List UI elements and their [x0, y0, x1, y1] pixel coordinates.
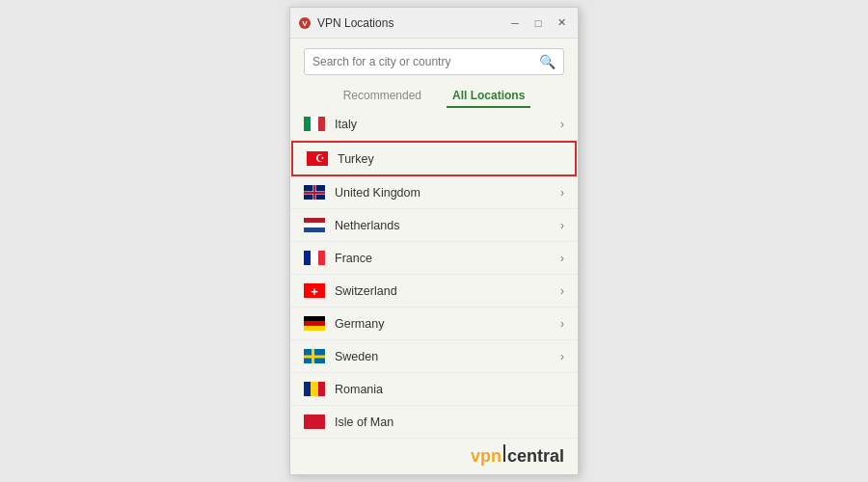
list-item[interactable]: Netherlands ›	[290, 209, 578, 242]
chevron-icon: ›	[560, 118, 564, 131]
location-list[interactable]: Italy › Turkey United Kingdom › Netherla…	[290, 108, 578, 439]
list-item[interactable]: United Kingdom ›	[290, 176, 578, 209]
vpn-locations-window: V VPN Locations ─ □ ✕ 🔍 Recommended All …	[289, 7, 579, 475]
minimize-button[interactable]: ─	[506, 14, 524, 32]
svg-text:V: V	[302, 19, 308, 28]
watermark-central: central	[507, 446, 564, 466]
search-button[interactable]: 🔍	[539, 54, 556, 69]
tabs-bar: Recommended All Locations	[290, 81, 578, 108]
chevron-icon: ›	[560, 252, 564, 265]
flag-netherlands	[304, 218, 325, 232]
flag-detail	[313, 185, 315, 200]
chevron-icon: ›	[560, 284, 564, 298]
search-area: 🔍	[290, 39, 578, 81]
window-title: VPN Locations	[317, 16, 506, 30]
location-name: Turkey	[338, 152, 561, 166]
flag-turkey	[307, 151, 328, 166]
list-item[interactable]: France ›	[290, 242, 578, 275]
list-item[interactable]: Isle of Man	[290, 406, 578, 439]
maximize-button[interactable]: □	[529, 14, 547, 32]
location-name: Netherlands	[335, 219, 560, 232]
flag-united-kingdom	[304, 185, 325, 200]
tab-all-locations[interactable]: All Locations	[447, 85, 530, 108]
flag-switzerland	[304, 283, 325, 298]
search-input[interactable]	[312, 55, 539, 68]
list-item[interactable]: Italy ›	[290, 108, 578, 141]
watermark: vpncentral	[290, 439, 578, 474]
tab-recommended[interactable]: Recommended	[338, 85, 427, 108]
flag-germany	[304, 316, 325, 331]
location-name: United Kingdom	[335, 186, 560, 200]
flag-romania	[304, 382, 325, 396]
list-item[interactable]: Turkey	[291, 141, 577, 176]
chevron-icon: ›	[560, 219, 564, 232]
window-controls: ─ □ ✕	[506, 14, 570, 32]
flag-france	[304, 251, 325, 265]
list-item[interactable]: Romania	[290, 373, 578, 406]
location-name: Sweden	[335, 350, 560, 363]
location-name: Switzerland	[335, 284, 560, 298]
chevron-icon: ›	[560, 186, 564, 200]
location-name: Romania	[335, 383, 564, 396]
flag-italy	[304, 117, 325, 131]
titlebar: V VPN Locations ─ □ ✕	[290, 8, 578, 39]
location-name: Germany	[335, 317, 560, 331]
location-name: France	[335, 252, 560, 265]
chevron-icon: ›	[560, 317, 564, 331]
list-item[interactable]: Switzerland ›	[290, 275, 578, 308]
flag-sweden	[304, 349, 325, 363]
chevron-icon: ›	[560, 350, 564, 363]
flag-isle-of-man	[304, 415, 325, 429]
watermark-text: vpncentral	[471, 444, 564, 467]
watermark-divider	[503, 444, 505, 462]
list-item[interactable]: Germany ›	[290, 308, 578, 340]
location-name: Isle of Man	[335, 415, 564, 429]
search-box: 🔍	[304, 48, 564, 75]
list-item[interactable]: Sweden ›	[290, 340, 578, 373]
location-name: Italy	[335, 118, 560, 131]
close-button[interactable]: ✕	[553, 14, 570, 32]
watermark-vpn: vpn	[471, 446, 502, 466]
app-icon: V	[298, 16, 312, 30]
